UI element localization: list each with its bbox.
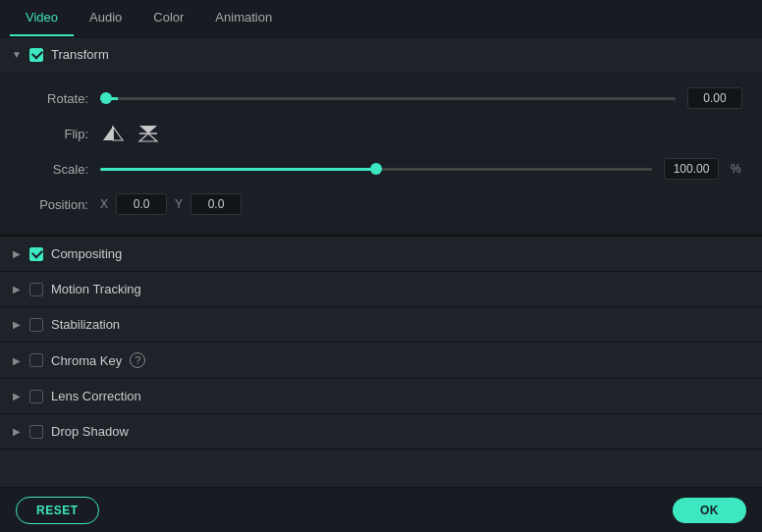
position-inputs: X Y: [100, 193, 242, 215]
transform-header[interactable]: Transform: [0, 37, 762, 72]
drop-shadow-arrow: [12, 427, 22, 437]
stabilization-checkbox[interactable]: [29, 318, 43, 332]
scale-value[interactable]: 100.00: [664, 158, 719, 180]
rotate-slider-container: [100, 97, 676, 100]
rotate-slider[interactable]: [100, 97, 676, 100]
scale-slider-container: [100, 168, 652, 171]
flip-vertical-button[interactable]: [136, 123, 161, 144]
stabilization-arrow: [12, 320, 22, 330]
transform-arrow: [12, 50, 22, 60]
svg-marker-0: [103, 127, 113, 140]
section-compositing: Compositing: [0, 237, 762, 272]
bottom-bar: RESET OK: [0, 487, 762, 532]
flip-label: Flip:: [20, 127, 88, 141]
svg-marker-3: [139, 126, 157, 133]
scale-row: Scale: 100.00 %: [20, 158, 742, 180]
chroma-key-checkbox[interactable]: [29, 353, 43, 367]
section-chroma-key: Chroma Key ?: [0, 343, 762, 379]
svg-marker-5: [139, 133, 157, 141]
section-drop-shadow: Drop Shadow: [0, 414, 762, 450]
chroma-key-arrow: [12, 355, 22, 365]
svg-marker-2: [113, 127, 123, 140]
position-label: Position:: [20, 197, 88, 212]
section-lens-correction: Lens Correction: [0, 379, 762, 414]
reset-button[interactable]: RESET: [16, 497, 99, 524]
tab-color[interactable]: Color: [137, 0, 199, 36]
rotate-label: Rotate:: [20, 91, 88, 106]
compositing-header[interactable]: Compositing: [0, 237, 762, 271]
motion-tracking-checkbox[interactable]: [29, 283, 43, 296]
tab-animation[interactable]: Animation: [199, 0, 288, 36]
chroma-key-title: Chroma Key: [51, 353, 122, 368]
scale-slider[interactable]: [100, 168, 652, 171]
position-y-input[interactable]: [190, 193, 242, 215]
lens-correction-title: Lens Correction: [51, 389, 141, 403]
tab-bar: Video Audio Color Animation: [0, 0, 762, 37]
compositing-checkbox[interactable]: [29, 247, 43, 261]
position-row: Position: X Y: [20, 193, 742, 215]
drop-shadow-title: Drop Shadow: [51, 424, 129, 439]
main-content: Transform Rotate: 0.00 Flip:: [0, 37, 762, 487]
rotate-value[interactable]: 0.00: [687, 87, 742, 109]
compositing-arrow: [12, 249, 22, 259]
flip-icons: [100, 123, 161, 144]
scale-label: Scale:: [20, 162, 88, 177]
rotate-row: Rotate: 0.00: [20, 87, 742, 109]
section-motion-tracking: Motion Tracking: [0, 272, 762, 307]
section-transform: Transform Rotate: 0.00 Flip:: [0, 37, 762, 237]
section-stabilization: Stabilization: [0, 307, 762, 343]
lens-correction-arrow: [12, 392, 22, 401]
chroma-key-header[interactable]: Chroma Key ?: [0, 343, 762, 378]
flip-row: Flip:: [20, 123, 742, 144]
motion-tracking-arrow: [12, 285, 22, 294]
transform-body: Rotate: 0.00 Flip:: [0, 72, 762, 236]
drop-shadow-header[interactable]: Drop Shadow: [0, 414, 762, 449]
chroma-key-help-icon[interactable]: ?: [130, 352, 145, 368]
tab-video[interactable]: Video: [10, 0, 74, 36]
transform-checkbox[interactable]: [29, 48, 43, 62]
drop-shadow-checkbox[interactable]: [29, 425, 43, 439]
y-axis-label: Y: [175, 197, 183, 211]
lens-correction-header[interactable]: Lens Correction: [0, 379, 762, 413]
stabilization-title: Stabilization: [51, 317, 120, 332]
compositing-title: Compositing: [51, 246, 122, 261]
motion-tracking-title: Motion Tracking: [51, 282, 141, 296]
stabilization-header[interactable]: Stabilization: [0, 307, 762, 342]
x-axis-label: X: [100, 197, 108, 211]
tab-audio[interactable]: Audio: [74, 0, 137, 36]
ok-button[interactable]: OK: [673, 498, 746, 523]
motion-tracking-header[interactable]: Motion Tracking: [0, 272, 762, 306]
scale-unit: %: [731, 162, 742, 176]
position-x-input[interactable]: [116, 193, 167, 215]
flip-horizontal-button[interactable]: [100, 123, 126, 144]
lens-correction-checkbox[interactable]: [29, 390, 43, 403]
transform-title: Transform: [51, 47, 109, 62]
